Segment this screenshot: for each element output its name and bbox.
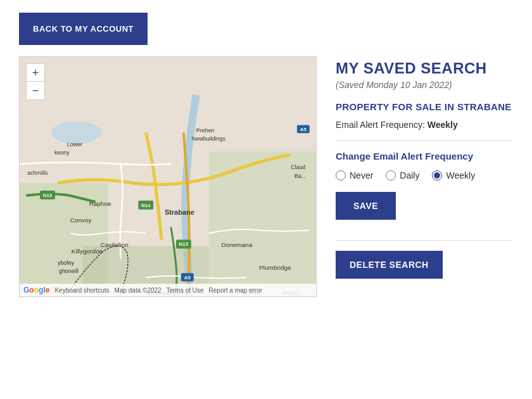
main-content: N13 N14 A5 A5 N15 Lower kenny Prehen New… bbox=[19, 56, 513, 297]
radio-group: Never Daily Weekly bbox=[336, 170, 513, 180]
email-frequency-label: Email Alert Frequency: bbox=[336, 120, 425, 130]
radio-weekly-label: Weekly bbox=[446, 170, 475, 180]
radio-weekly[interactable]: Weekly bbox=[432, 170, 475, 180]
change-freq-title: Change Email Alert Frequency bbox=[336, 151, 513, 162]
svg-text:Ba...: Ba... bbox=[294, 173, 306, 179]
svg-text:Killygordon: Killygordon bbox=[72, 248, 103, 255]
zoom-out-button[interactable]: − bbox=[27, 82, 44, 99]
radio-never[interactable]: Never bbox=[336, 170, 373, 180]
map-controls: + − bbox=[26, 63, 45, 100]
save-button[interactable]: SAVE bbox=[336, 192, 396, 220]
saved-search-title: MY SAVED SEARCH bbox=[336, 60, 513, 77]
map-footer: Google Keyboard shortcuts Map data ©2022… bbox=[20, 284, 316, 296]
email-frequency-value: Weekly bbox=[428, 120, 458, 130]
svg-point-1 bbox=[51, 121, 102, 144]
map-container: N13 N14 A5 A5 N15 Lower kenny Prehen New… bbox=[19, 56, 317, 297]
map-svg: N13 N14 A5 A5 N15 Lower kenny Prehen New… bbox=[20, 57, 316, 296]
map-background: N13 N14 A5 A5 N15 Lower kenny Prehen New… bbox=[20, 57, 316, 296]
google-logo: Google bbox=[23, 286, 49, 294]
svg-text:Donemana: Donemana bbox=[222, 241, 253, 248]
radio-daily-input[interactable] bbox=[386, 170, 396, 180]
svg-text:achmills: achmills bbox=[27, 170, 48, 176]
svg-text:Prehen: Prehen bbox=[196, 127, 215, 134]
svg-text:N15: N15 bbox=[179, 241, 189, 247]
divider-2 bbox=[336, 240, 513, 241]
report-link[interactable]: Report a map error bbox=[209, 287, 262, 294]
svg-text:A5: A5 bbox=[184, 275, 191, 281]
svg-text:ybofey: ybofey bbox=[58, 260, 75, 266]
svg-text:Raphoe: Raphoe bbox=[89, 200, 111, 207]
svg-text:Lower: Lower bbox=[67, 141, 82, 148]
svg-text:Castlefinn: Castlefinn bbox=[101, 241, 129, 248]
svg-text:Claud: Claud bbox=[291, 164, 305, 170]
email-frequency: Email Alert Frequency: Weekly bbox=[336, 120, 513, 130]
radio-weekly-input[interactable] bbox=[432, 170, 442, 180]
keyboard-shortcuts-link[interactable]: Keyboard shortcuts bbox=[54, 287, 109, 294]
svg-text:Convoy: Convoy bbox=[70, 217, 92, 224]
map-data-label: Map data ©2022 bbox=[115, 287, 162, 294]
radio-never-label: Never bbox=[350, 170, 373, 180]
radio-never-input[interactable] bbox=[336, 170, 346, 180]
svg-text:A5: A5 bbox=[300, 127, 307, 132]
back-to-account-button[interactable]: BACK TO MY ACCOUNT bbox=[19, 13, 148, 45]
zoom-in-button[interactable]: + bbox=[27, 64, 44, 82]
radio-daily[interactable]: Daily bbox=[386, 170, 419, 180]
divider-1 bbox=[336, 140, 513, 141]
property-title: PROPERTY FOR SALE IN STRABANE bbox=[336, 101, 513, 112]
saved-date: (Saved Monday 10 Jan 2022) bbox=[336, 80, 513, 90]
terms-link[interactable]: Terms of Use bbox=[167, 287, 204, 294]
delete-search-button[interactable]: DELETE SEARCH bbox=[336, 251, 443, 279]
svg-text:ghoneill: ghoneill bbox=[59, 268, 79, 274]
right-panel: MY SAVED SEARCH (Saved Monday 10 Jan 202… bbox=[336, 56, 513, 279]
svg-text:Strabane: Strabane bbox=[165, 208, 194, 216]
svg-text:Plumbridge: Plumbridge bbox=[259, 264, 291, 271]
svg-text:Newbuildings: Newbuildings bbox=[192, 136, 226, 142]
svg-text:kenny: kenny bbox=[54, 149, 70, 156]
svg-text:N13: N13 bbox=[43, 193, 53, 198]
radio-daily-label: Daily bbox=[400, 170, 419, 180]
svg-text:N14: N14 bbox=[141, 203, 151, 208]
